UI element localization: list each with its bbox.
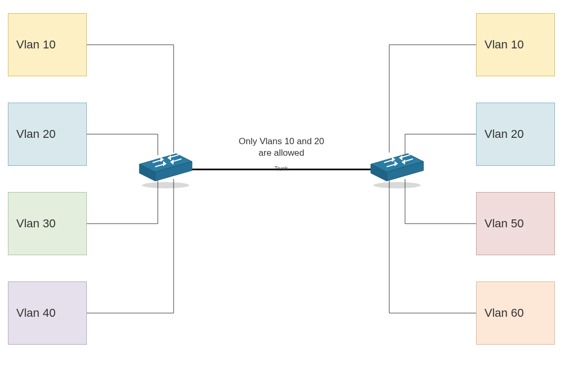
vlan-label: Vlan 10 — [484, 38, 524, 52]
vlan-box-right-10: Vlan 10 — [476, 13, 555, 76]
vlan-label: Vlan 60 — [484, 306, 524, 320]
trunk-restriction-text: Only Vlans 10 and 20 are allowed — [229, 136, 334, 159]
vlan-box-left-30: Vlan 30 — [8, 192, 87, 255]
text-line: are allowed — [229, 147, 334, 159]
switch-right — [368, 148, 426, 185]
vlan-box-right-20: Vlan 20 — [476, 103, 555, 166]
switch-icon — [137, 148, 195, 190]
vlan-label: Vlan 20 — [484, 127, 524, 141]
switch-left — [137, 148, 195, 185]
text-line: Only Vlans 10 and 20 — [229, 136, 334, 147]
vlan-label: Vlan 20 — [16, 127, 56, 141]
vlan-label: Vlan 30 — [16, 217, 56, 230]
vlan-box-left-10: Vlan 10 — [8, 13, 87, 76]
vlan-label: Vlan 40 — [16, 306, 56, 320]
vlan-box-right-50: Vlan 50 — [476, 192, 555, 255]
svg-point-13 — [373, 182, 421, 188]
vlan-label: Vlan 10 — [16, 38, 56, 52]
vlan-box-left-20: Vlan 20 — [8, 103, 87, 166]
switch-icon — [368, 148, 426, 190]
trunk-label: Trunk — [275, 166, 288, 172]
svg-point-1 — [142, 182, 189, 188]
vlan-label: Vlan 50 — [484, 217, 524, 230]
vlan-box-left-40: Vlan 40 — [8, 282, 87, 345]
vlan-box-right-60: Vlan 60 — [476, 282, 555, 345]
